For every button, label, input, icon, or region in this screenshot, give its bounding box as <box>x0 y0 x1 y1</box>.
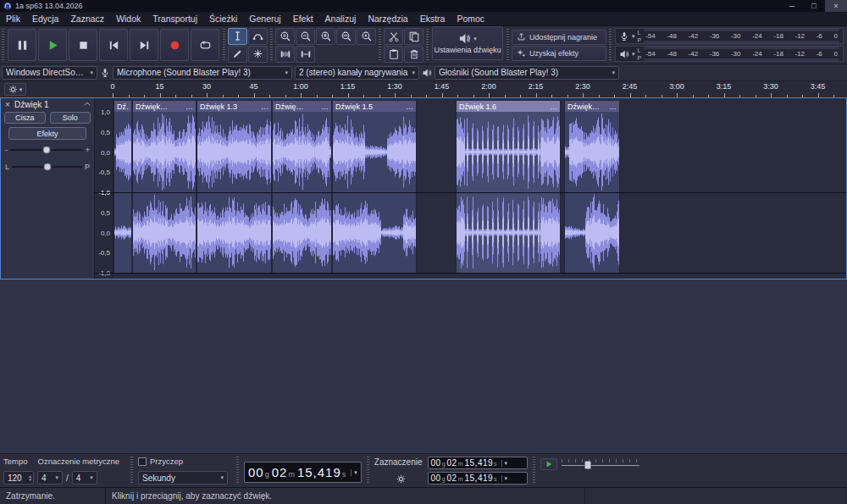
clip-menu-icon[interactable]: … <box>183 102 193 111</box>
audio-clip[interactable]: Dźwięk 1.3… <box>197 101 272 273</box>
play-at-speed-button[interactable] <box>540 458 557 470</box>
recording-device-select[interactable]: Microphone (Sound Blaster Play! 3)▾ <box>113 66 292 80</box>
record-button[interactable] <box>160 29 189 61</box>
gain-slider-thumb[interactable] <box>42 147 50 154</box>
maximize-button[interactable]: □ <box>803 0 825 12</box>
skip-to-start-button[interactable] <box>99 29 128 61</box>
selection-end-display[interactable]: 00g 02m 15,419s ▾ <box>428 472 528 485</box>
waveform-canvas[interactable] <box>273 192 331 273</box>
menu-item-3[interactable]: Zaznacz <box>64 12 110 26</box>
toolbar-grip[interactable] <box>425 29 429 61</box>
toolbar-grip[interactable] <box>378 29 382 61</box>
time-signature-upper-select[interactable]: 4▾ <box>37 471 63 485</box>
waveform-canvas[interactable] <box>197 192 271 273</box>
clip-menu-icon[interactable]: … <box>258 102 268 111</box>
selection-start-display[interactable]: 00g 02m 15,419s ▾ <box>428 457 528 469</box>
clip-menu-icon[interactable]: … <box>606 102 617 111</box>
track-content[interactable]: Dź…Dźwięk……Dźwięk 1.3…Dźwię……Dźwięk 1.5…… <box>113 98 846 279</box>
zoom-toggle-button[interactable] <box>357 28 376 45</box>
paste-button[interactable] <box>384 46 403 63</box>
speed-slider-thumb[interactable] <box>584 461 591 469</box>
menu-item-7[interactable]: Generuj <box>243 12 286 26</box>
collapse-track-button[interactable] <box>83 100 91 108</box>
waveform-canvas[interactable] <box>333 192 416 273</box>
clip-menu-icon[interactable]: … <box>318 102 329 111</box>
share-audio-button[interactable]: Udostępnij nagranie <box>512 30 606 45</box>
menu-item-11[interactable]: Ekstra <box>414 12 451 26</box>
clip-menu-icon[interactable]: … <box>547 102 557 111</box>
waveform-canvas[interactable] <box>333 112 416 192</box>
pan-slider-thumb[interactable] <box>43 163 51 171</box>
silence-selection-button[interactable] <box>296 46 315 63</box>
clip-header[interactable]: Dźwięk 1.6… <box>457 101 560 112</box>
audio-host-select[interactable]: Windows DirectSound▾ <box>2 66 97 80</box>
waveform-canvas[interactable] <box>114 112 131 192</box>
toolbar-grip[interactable] <box>608 29 612 61</box>
recording-channels-select[interactable]: 2 (stereo) kanały nagrywania▾ <box>295 66 419 80</box>
waveform-canvas[interactable] <box>197 112 271 192</box>
envelope-tool-button[interactable] <box>248 28 268 45</box>
play-button[interactable] <box>38 29 67 61</box>
selection-options-button[interactable] <box>396 474 406 484</box>
audio-clip[interactable]: Dź… <box>113 101 132 273</box>
menu-item-12[interactable]: Pomoc <box>451 12 490 26</box>
clip-header[interactable]: Dźwięk 1.3… <box>197 101 271 112</box>
menu-item-10[interactable]: Narzędzia <box>362 12 413 26</box>
recording-meter[interactable]: ▾ LP -54-48-42-36-30-24-18-12-60 <box>615 28 844 44</box>
pause-button[interactable] <box>8 29 36 61</box>
toolbar-grip[interactable] <box>532 457 536 485</box>
loop-button[interactable] <box>191 29 219 61</box>
zoom-fit-project-button[interactable] <box>336 28 356 45</box>
waveform-canvas[interactable] <box>273 112 331 192</box>
tempo-input[interactable]: 120 ▴▾ <box>3 471 34 485</box>
toolbar-grip[interactable] <box>506 29 510 61</box>
time-format-caret[interactable]: ▾ <box>351 469 357 476</box>
vertical-ruler[interactable]: 1,00,50,0-0,5-1,0 1,00,50,0-0,5-1,0 <box>94 98 113 279</box>
clip-header[interactable]: Dźwięk 1.5… <box>333 101 416 112</box>
menu-item-8[interactable]: Efekt <box>287 12 319 26</box>
menu-item-4[interactable]: Widok <box>110 12 147 26</box>
skip-to-end-button[interactable] <box>130 29 158 61</box>
close-track-button[interactable]: × <box>3 100 12 109</box>
selection-tool-button[interactable] <box>228 28 247 45</box>
time-format-caret[interactable]: ▾ <box>501 460 508 467</box>
delete-button[interactable] <box>404 46 424 63</box>
draw-tool-button[interactable] <box>228 46 247 63</box>
snap-checkbox[interactable] <box>138 457 147 466</box>
cut-button[interactable] <box>384 28 403 45</box>
spinner-down-icon[interactable]: ▾ <box>29 478 31 481</box>
waveform-canvas[interactable] <box>114 192 131 273</box>
trim-outside-selection-button[interactable] <box>275 46 295 63</box>
menu-item-6[interactable]: Ścieżki <box>203 12 243 26</box>
menu-item-1[interactable]: Plik <box>0 12 26 26</box>
zoom-in-button[interactable] <box>275 28 295 45</box>
gain-slider[interactable] <box>10 149 83 151</box>
waveform-canvas[interactable] <box>133 112 196 192</box>
timeline-ruler[interactable]: 01530451:001:151:301:452:002:152:302:453… <box>0 81 847 97</box>
close-button[interactable]: × <box>825 0 847 12</box>
audio-clip[interactable]: Dźwięk…… <box>132 101 197 273</box>
playback-device-select[interactable]: Głośniki (Sound Blaster Play! 3)▾ <box>435 66 619 80</box>
get-effects-button[interactable]: Uzyskaj efekty <box>512 46 606 61</box>
audio-clip[interactable]: Dźwięk 1.6… <box>456 101 561 273</box>
playback-speed-slider[interactable] <box>562 459 639 469</box>
mute-button[interactable]: Cisza <box>4 112 46 124</box>
menu-item-9[interactable]: Analizuj <box>319 12 363 26</box>
waveform-canvas[interactable] <box>565 192 619 273</box>
copy-button[interactable] <box>404 28 424 45</box>
audio-clip[interactable]: Dźwię…… <box>272 101 332 273</box>
waveform-canvas[interactable] <box>565 112 619 192</box>
toolbar-grip[interactable] <box>366 457 370 485</box>
track-name[interactable]: Dźwięk 1 <box>14 100 49 109</box>
clip-header[interactable]: Dźwięk…… <box>133 101 196 112</box>
audio-position-display[interactable]: 00g 02m 15,419s ▾ <box>244 462 362 483</box>
toolbar-grip[interactable] <box>130 457 134 485</box>
pan-slider[interactable] <box>12 166 82 168</box>
time-signature-lower-select[interactable]: 4▾ <box>72 471 97 485</box>
zoom-out-button[interactable] <box>296 28 315 45</box>
menu-item-5[interactable]: Transportuj <box>147 12 203 26</box>
waveform-canvas[interactable] <box>133 192 196 273</box>
zoom-selection-button[interactable] <box>316 28 335 45</box>
time-format-caret[interactable]: ▾ <box>501 475 508 482</box>
toolbar-grip[interactable] <box>235 457 240 485</box>
